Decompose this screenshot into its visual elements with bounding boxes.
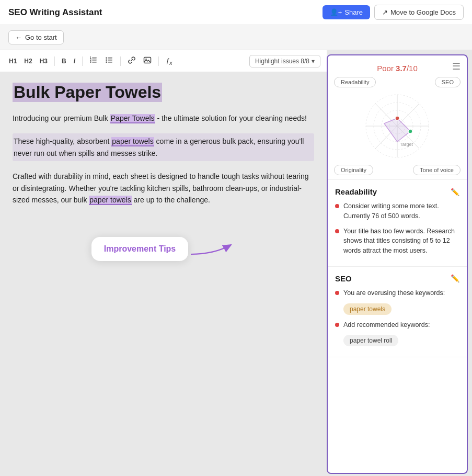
- svg-point-11: [106, 62, 107, 63]
- svg-rect-7: [108, 60, 112, 61]
- improvement-tooltip-container: Improvement Tips: [13, 237, 314, 261]
- share-button[interactable]: 👤+ Share: [323, 5, 370, 19]
- toolbar-separator-2: [82, 56, 83, 66]
- toolbar-separator-3: [120, 56, 121, 66]
- svg-point-9: [106, 58, 107, 59]
- link-icon: [128, 59, 136, 66]
- italic-button[interactable]: I: [71, 56, 78, 66]
- seo-header: SEO ✏️: [335, 274, 459, 283]
- seo-edit-icon[interactable]: ✏️: [451, 274, 459, 282]
- chevron-down-icon: ▾: [312, 58, 315, 65]
- top-bar-actions: 👤+ Share ↗ Move to Google Docs: [323, 5, 464, 20]
- seo-bullet-1: You are overusing these keywords: paper …: [335, 288, 459, 315]
- radar-top-labels: Readability SEO: [334, 77, 461, 87]
- paragraph-3: Crafted with durability in mind, each sh…: [13, 171, 314, 206]
- svg-marker-23: [384, 118, 410, 142]
- share-icon: 👤+: [330, 8, 342, 16]
- seo-title: SEO: [335, 274, 352, 283]
- seo-tab[interactable]: SEO: [435, 77, 461, 87]
- seo-bullet-dot-2: [335, 323, 339, 327]
- top-bar: SEO Writing Assistant 👤+ Share ↗ Move to…: [0, 0, 472, 25]
- toolbar-separator-4: [158, 56, 159, 66]
- bullet-dot-1: [335, 204, 339, 208]
- app-title: SEO Writing Assistant: [8, 7, 102, 18]
- radar-bottom-labels: Originality Tone of voice: [334, 165, 461, 175]
- svg-rect-0: [92, 58, 97, 59]
- highlight-issues-button[interactable]: Highlight issues 8/8 ▾: [249, 55, 320, 67]
- link-button[interactable]: [125, 54, 139, 67]
- recommended-keyword-tag: paper towel roll: [343, 335, 398, 346]
- ul-icon: [105, 59, 113, 66]
- svg-rect-8: [108, 62, 112, 63]
- editor-toolbar: H1 H2 H3 B I 123: [0, 50, 327, 72]
- image-button[interactable]: [141, 54, 154, 67]
- go-to-start-button[interactable]: ← Go to start: [8, 30, 64, 44]
- keyword-paper-towels-2: paper towels: [111, 137, 154, 146]
- ordered-list-button[interactable]: 123: [87, 54, 100, 67]
- overuse-keyword-tag: paper towels: [343, 303, 392, 315]
- clear-format-button[interactable]: ƒx: [163, 55, 175, 67]
- svg-text:3: 3: [90, 60, 91, 63]
- paragraph-1: Introducing our premium Bulk Paper Towel…: [13, 112, 314, 124]
- svg-rect-6: [108, 58, 112, 59]
- docs-icon: ↗: [382, 8, 388, 16]
- document-area: Bulk Paper Towels Introducing our premiu…: [13, 83, 314, 261]
- svg-point-24: [408, 129, 412, 133]
- toolbar-separator-1: [54, 56, 55, 66]
- unordered-list-button[interactable]: [102, 54, 116, 67]
- document-title: Bulk Paper Towels: [13, 83, 162, 102]
- arrow-left-icon: ←: [15, 33, 22, 41]
- main-layout: H1 H2 H3 B I 123: [0, 50, 472, 476]
- seo-bullet-2: Add recommended keywords: paper towel ro…: [335, 320, 459, 347]
- readability-bullet-1: Consider writing some more text. Current…: [335, 201, 459, 221]
- h1-button[interactable]: H1: [6, 56, 19, 66]
- radar-chart: Target: [342, 89, 452, 163]
- bullet-dot-2: [335, 229, 339, 233]
- h2-button[interactable]: H2: [21, 56, 34, 66]
- secondary-bar: ← Go to start: [0, 25, 472, 50]
- tone-of-voice-tab[interactable]: Tone of voice: [413, 165, 461, 175]
- panel-menu-icon[interactable]: ☰: [452, 61, 461, 72]
- readability-edit-icon[interactable]: ✏️: [451, 188, 459, 196]
- originality-tab[interactable]: Originality: [334, 165, 373, 175]
- readability-section: Readability ✏️ Consider writing some mor…: [328, 180, 467, 267]
- svg-point-25: [395, 116, 399, 120]
- tooltip-arrow-icon: [188, 240, 235, 258]
- seo-bullet-dot-1: [335, 291, 339, 295]
- readability-tab[interactable]: Readability: [334, 77, 376, 87]
- improvement-tooltip-box: Improvement Tips: [91, 237, 189, 261]
- readability-bullet-2: Your title has too few words. Research s…: [335, 226, 459, 256]
- score-section: Poor 3.7/10 Readability SEO: [328, 55, 467, 180]
- readability-header: Readability ✏️: [335, 187, 459, 196]
- editor-panel: H1 H2 H3 B I 123: [0, 50, 327, 476]
- paragraph-2: These high-quality, absorbent paper towe…: [13, 133, 314, 161]
- seo-section: SEO ✏️ You are overusing these keywords:…: [328, 267, 467, 358]
- bold-button[interactable]: B: [59, 56, 69, 66]
- seo-score-panel: ☰ Poor 3.7/10 Readability SEO: [327, 54, 468, 474]
- keyword-paper-towels-1: Paper Towels: [110, 114, 155, 123]
- svg-rect-2: [92, 62, 97, 63]
- readability-title: Readability: [335, 187, 377, 196]
- overall-score-label: Poor 3.7/10: [334, 64, 461, 73]
- h3-button[interactable]: H3: [37, 56, 50, 66]
- ol-icon: 123: [89, 59, 98, 66]
- keyword-paper-towels-3: paper towels: [89, 196, 131, 205]
- move-to-docs-button[interactable]: ↗ Move to Google Docs: [374, 5, 464, 20]
- svg-text:Target: Target: [400, 142, 413, 147]
- clear-format-icon: ƒx: [166, 56, 172, 64]
- svg-rect-1: [92, 60, 97, 61]
- svg-point-10: [106, 60, 107, 61]
- editor-content[interactable]: Bulk Paper Towels Introducing our premiu…: [0, 72, 327, 476]
- image-icon: [143, 59, 152, 66]
